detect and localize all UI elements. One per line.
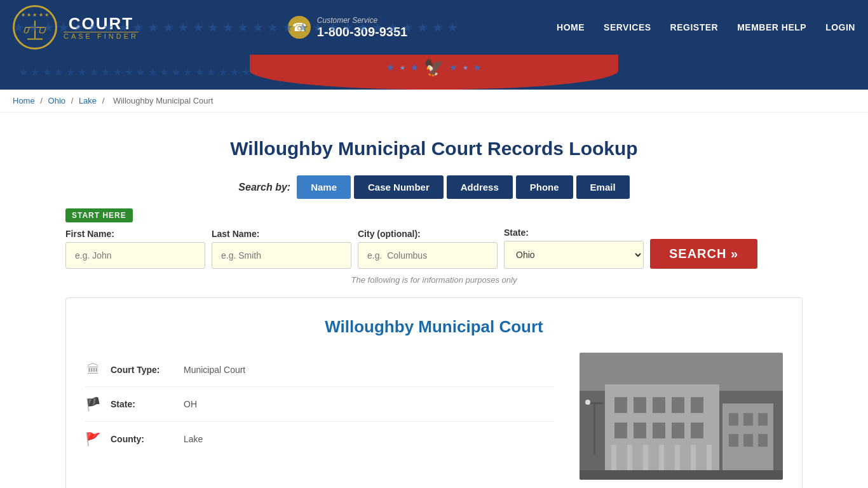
court-info-title: Willoughby Municipal Court — [85, 317, 783, 337]
main-content: Willoughby Municipal Court Records Looku… — [53, 112, 815, 488]
last-name-label: Last Name: — [212, 229, 351, 239]
eagle-emblem: ★ ★ ★ 🦅 ★ ★ ★ — [386, 58, 482, 78]
breadcrumb-lake[interactable]: Lake — [79, 96, 97, 105]
court-type-label: Court Type: — [111, 365, 174, 375]
breadcrumb-ohio[interactable]: Ohio — [48, 96, 65, 105]
breadcrumb-home[interactable]: Home — [13, 96, 35, 105]
county-icon: 🚩 — [85, 431, 101, 447]
court-details: 🏛 Court Type: Municipal Court 🏴 State: O… — [85, 353, 783, 480]
star-right-3: ★ — [473, 62, 482, 72]
county-value: Lake — [184, 434, 203, 444]
tab-phone[interactable]: Phone — [516, 175, 573, 199]
breadcrumb: Home / Ohio / Lake / Willoughby Municipa… — [0, 90, 868, 112]
site-header: ★ ★ ★ ★ ★ ★ ★ ★ ★ ★ ★ ★ ★ ★ ★ ★ ★ ★ ★ ★ … — [0, 0, 868, 55]
state-select[interactable]: Ohio Alabama Alaska Arizona California F… — [504, 241, 644, 269]
county-label: County: — [111, 434, 174, 444]
search-by-label: Search by: — [238, 182, 290, 193]
breadcrumb-sep-2: / — [71, 96, 76, 105]
start-here-badge: START HERE — [65, 208, 133, 222]
svg-rect-15 — [691, 423, 703, 438]
state-group: State: Ohio Alabama Alaska Arizona Calif… — [504, 227, 644, 269]
svg-rect-26 — [729, 413, 738, 426]
first-name-group: First Name: — [65, 229, 205, 269]
breadcrumb-court: Willoughby Municipal Court — [113, 96, 214, 105]
detail-row-state: 🏴 State: OH — [85, 387, 554, 422]
search-by-row: Search by: Name Case Number Address Phon… — [65, 175, 803, 199]
eagle-icon: 🦅 — [424, 58, 444, 78]
svg-rect-13 — [653, 423, 665, 438]
tab-name[interactable]: Name — [297, 175, 351, 199]
detail-row-county: 🚩 County: Lake — [85, 422, 554, 456]
state-detail-value: OH — [184, 399, 197, 409]
svg-rect-29 — [729, 434, 738, 447]
court-image — [580, 353, 783, 480]
ribbon-area: ★ ★ ★ 🦅 ★ ★ ★ ★ ★ ★ ★ ★ ★ ★ ★ ★ ★ ★ ★ ★ … — [0, 55, 868, 90]
svg-rect-31 — [758, 434, 768, 447]
star-right-2: ★ — [463, 64, 468, 71]
breadcrumb-sep-3: / — [102, 96, 107, 105]
info-note: The following is for information purpose… — [65, 275, 803, 285]
search-button[interactable]: SEARCH » — [650, 239, 757, 269]
star-left-1: ★ — [386, 62, 395, 72]
svg-rect-12 — [634, 423, 646, 438]
court-type-icon: 🏛 — [85, 362, 101, 377]
star-right-1: ★ — [449, 62, 458, 72]
tab-address[interactable]: Address — [447, 175, 513, 199]
svg-rect-10 — [691, 397, 703, 413]
detail-row-type: 🏛 Court Type: Municipal Court — [85, 353, 554, 387]
last-name-group: Last Name: — [212, 229, 351, 269]
page-title: Willoughby Municipal Court Records Looku… — [65, 138, 803, 159]
first-name-label: First Name: — [65, 229, 205, 239]
star-left-3: ★ — [410, 62, 419, 72]
first-name-input[interactable] — [65, 242, 205, 269]
svg-rect-8 — [653, 397, 665, 413]
svg-rect-6 — [614, 397, 627, 413]
building-svg — [580, 353, 783, 480]
bg-stars: ★ ★ ★ ★ ★ ★ ★ ★ ★ ★ ★ ★ ★ ★ ★ ★ ★ ★ ★ ★ … — [0, 0, 868, 55]
svg-rect-9 — [672, 397, 684, 413]
svg-rect-35 — [580, 470, 783, 480]
city-label: City (optional): — [358, 229, 498, 239]
state-detail-label: State: — [111, 399, 174, 409]
court-details-left: 🏛 Court Type: Municipal Court 🏴 State: O… — [85, 353, 554, 480]
search-form: First Name: Last Name: City (optional): … — [65, 227, 803, 269]
state-label: State: — [504, 227, 644, 238]
svg-rect-30 — [743, 434, 753, 447]
star-left-2: ★ — [400, 64, 405, 71]
city-group: City (optional): — [358, 229, 498, 269]
court-info-section: Willoughby Municipal Court 🏛 Court Type:… — [65, 297, 803, 488]
last-name-input[interactable] — [212, 242, 351, 269]
svg-rect-32 — [593, 403, 595, 454]
state-icon: 🏴 — [85, 396, 101, 412]
tab-email[interactable]: Email — [576, 175, 630, 199]
city-input[interactable] — [358, 242, 498, 269]
svg-rect-28 — [758, 413, 768, 426]
svg-rect-27 — [743, 413, 753, 426]
tab-case-number[interactable]: Case Number — [354, 175, 444, 199]
court-type-value: Municipal Court — [184, 365, 245, 375]
svg-rect-7 — [634, 397, 646, 413]
svg-rect-14 — [672, 423, 684, 438]
svg-rect-11 — [614, 423, 627, 438]
svg-point-34 — [585, 400, 590, 405]
breadcrumb-sep-1: / — [40, 96, 44, 105]
